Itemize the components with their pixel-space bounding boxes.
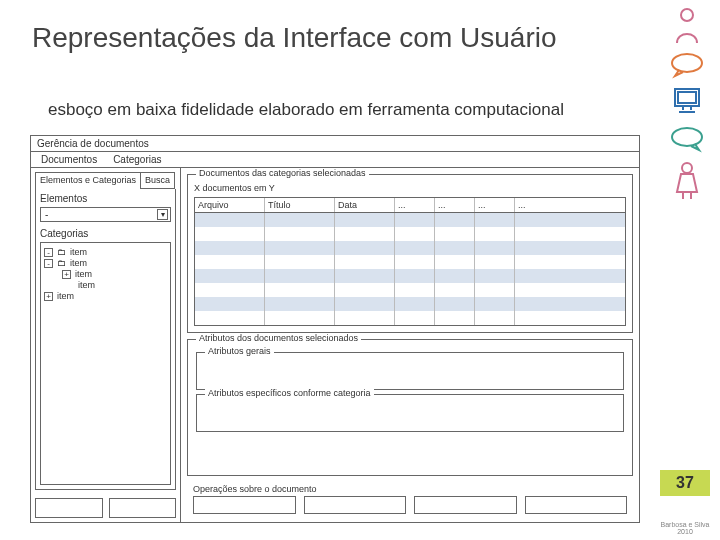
general-attributes-box: Atributos gerais <box>196 352 624 390</box>
tree-expand-icon[interactable]: + <box>62 270 71 279</box>
tab-busca[interactable]: Busca <box>141 172 175 189</box>
col-data[interactable]: Data <box>335 198 395 212</box>
category-attributes-box: Atributos específicos conforme categoria <box>196 394 624 432</box>
col-extra[interactable]: ... <box>395 198 435 212</box>
tree-item-label: item <box>70 247 87 257</box>
slide-title: Representações da Interface com Usuário <box>32 22 557 54</box>
general-attributes-legend: Atributos gerais <box>205 346 274 356</box>
combo-value: - <box>45 209 48 220</box>
categories-tree[interactable]: -🗀item -🗀item +item item +item <box>40 242 171 485</box>
tree-item-label: item <box>75 269 92 279</box>
op-button-4[interactable] <box>525 496 628 514</box>
icon-strip <box>669 5 705 201</box>
tree-expand-icon[interactable]: + <box>44 292 53 301</box>
tree-collapse-icon[interactable]: - <box>44 259 53 268</box>
col-extra[interactable]: ... <box>475 198 515 212</box>
col-titulo[interactable]: Título <box>265 198 335 212</box>
speech-bubble-right-icon <box>669 125 705 153</box>
wireframe-window: Gerência de documentos Documentos Catego… <box>30 135 640 523</box>
menu-categorias[interactable]: Categorias <box>113 152 161 167</box>
op-button-1[interactable] <box>193 496 296 514</box>
folder-icon: 🗀 <box>57 247 66 257</box>
right-pane: Documentos das categorias selecionadas X… <box>181 168 639 522</box>
documents-table[interactable]: Arquivo Título Data ... ... ... ... <box>194 197 626 326</box>
operations-label: Operações sobre o documento <box>193 484 633 494</box>
attributes-group-legend: Atributos dos documentos selecionados <box>196 333 361 343</box>
operations-area: Operações sobre o documento <box>187 482 633 518</box>
speech-bubble-left-icon <box>669 51 705 79</box>
tree-item-label: item <box>78 280 95 290</box>
person-female-icon <box>669 159 705 201</box>
col-extra[interactable]: ... <box>435 198 475 212</box>
documents-group-legend: Documentos das categorias selecionadas <box>196 168 369 178</box>
documents-count: X documentos em Y <box>194 183 626 193</box>
tree-item-label: item <box>57 291 74 301</box>
left-pane: Elementos e Categorias Busca Elementos -… <box>31 168 181 522</box>
person-male-icon <box>669 5 705 45</box>
col-arquivo[interactable]: Arquivo <box>195 198 265 212</box>
svg-point-5 <box>682 163 692 173</box>
svg-rect-3 <box>678 92 696 103</box>
elements-combobox[interactable]: - ▾ <box>40 207 171 222</box>
svg-point-1 <box>672 54 702 72</box>
tab-elementos-categorias[interactable]: Elementos e Categorias <box>35 172 141 189</box>
window-titlebar: Gerência de documentos <box>31 136 639 152</box>
tree-collapse-icon[interactable]: - <box>44 248 53 257</box>
menubar: Documentos Categorias <box>31 152 639 168</box>
credit-text: Barbosa e Silva 2010 <box>660 521 710 536</box>
svg-point-0 <box>681 9 693 21</box>
page-number-badge: 37 <box>660 470 710 496</box>
label-elementos: Elementos <box>40 193 171 204</box>
computer-icon <box>669 85 705 119</box>
svg-point-4 <box>672 128 702 146</box>
category-attributes-legend: Atributos específicos conforme categoria <box>205 388 374 398</box>
op-button-2[interactable] <box>304 496 407 514</box>
left-button-1[interactable] <box>35 498 103 518</box>
attributes-group: Atributos dos documentos selecionados At… <box>187 339 633 476</box>
tree-item-label: item <box>70 258 87 268</box>
left-button-2[interactable] <box>109 498 177 518</box>
menu-documentos[interactable]: Documentos <box>41 152 97 167</box>
documents-group: Documentos das categorias selecionadas X… <box>187 174 633 333</box>
chevron-down-icon: ▾ <box>157 209 168 220</box>
label-categorias: Categorias <box>40 228 171 239</box>
folder-icon: 🗀 <box>57 258 66 268</box>
op-button-3[interactable] <box>414 496 517 514</box>
slide-subtitle: esboço em baixa fidelidade elaborado em … <box>48 100 564 120</box>
col-extra[interactable]: ... <box>515 198 555 212</box>
